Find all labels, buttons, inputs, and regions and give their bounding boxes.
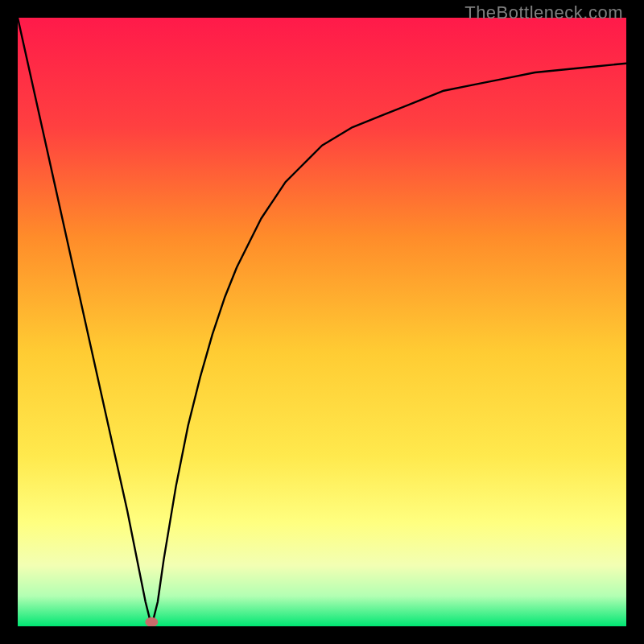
chart-svg	[18, 18, 626, 626]
gradient-background	[18, 18, 626, 626]
watermark-text: TheBottleneck.com	[464, 2, 623, 23]
chart-frame	[18, 18, 626, 626]
